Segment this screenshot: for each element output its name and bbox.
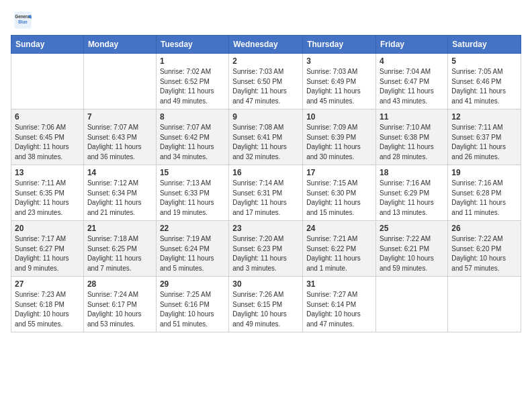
- day-number: 21: [87, 224, 152, 233]
- day-info: Sunrise: 7:27 AM Sunset: 6:14 PM Dayligh…: [306, 290, 372, 329]
- calendar-cell: 26Sunrise: 7:22 AM Sunset: 6:20 PM Dayli…: [448, 221, 521, 277]
- calendar-cell: 13Sunrise: 7:11 AM Sunset: 6:35 PM Dayli…: [11, 165, 84, 221]
- day-info: Sunrise: 7:05 AM Sunset: 6:46 PM Dayligh…: [451, 67, 517, 106]
- calendar-cell: 16Sunrise: 7:14 AM Sunset: 6:31 PM Dayli…: [229, 165, 303, 221]
- calendar-cell: 18Sunrise: 7:16 AM Sunset: 6:29 PM Dayli…: [376, 165, 448, 221]
- calendar-week-3: 13Sunrise: 7:11 AM Sunset: 6:35 PM Dayli…: [11, 165, 521, 221]
- weekday-header-wednesday: Wednesday: [229, 36, 303, 54]
- header: General Blue: [11, 11, 521, 30]
- page-container: General Blue SundayMondayTuesdayWednesda…: [0, 0, 532, 339]
- calendar-cell: 11Sunrise: 7:10 AM Sunset: 6:38 PM Dayli…: [376, 109, 448, 165]
- day-info: Sunrise: 7:08 AM Sunset: 6:41 PM Dayligh…: [232, 123, 299, 162]
- calendar-week-4: 20Sunrise: 7:17 AM Sunset: 6:27 PM Dayli…: [11, 221, 521, 277]
- logo: General Blue: [11, 11, 32, 30]
- calendar-cell: 27Sunrise: 7:23 AM Sunset: 6:18 PM Dayli…: [11, 277, 84, 332]
- day-info: Sunrise: 7:10 AM Sunset: 6:38 PM Dayligh…: [380, 123, 444, 162]
- day-info: Sunrise: 7:15 AM Sunset: 6:30 PM Dayligh…: [306, 179, 372, 218]
- day-number: 25: [380, 224, 444, 233]
- day-number: 5: [451, 56, 517, 66]
- calendar-cell: 7Sunrise: 7:07 AM Sunset: 6:43 PM Daylig…: [83, 109, 156, 165]
- day-number: 7: [87, 112, 152, 122]
- weekday-header-thursday: Thursday: [303, 36, 376, 54]
- calendar-cell: 17Sunrise: 7:15 AM Sunset: 6:30 PM Dayli…: [303, 165, 376, 221]
- day-info: Sunrise: 7:24 AM Sunset: 6:17 PM Dayligh…: [87, 290, 152, 329]
- calendar-week-2: 6Sunrise: 7:06 AM Sunset: 6:45 PM Daylig…: [11, 109, 521, 165]
- day-info: Sunrise: 7:22 AM Sunset: 6:20 PM Dayligh…: [451, 234, 517, 273]
- weekday-header-friday: Friday: [376, 36, 448, 54]
- day-info: Sunrise: 7:21 AM Sunset: 6:22 PM Dayligh…: [306, 234, 372, 273]
- day-number: 16: [232, 168, 299, 177]
- day-number: 1: [160, 56, 225, 66]
- day-info: Sunrise: 7:14 AM Sunset: 6:31 PM Dayligh…: [232, 179, 299, 218]
- calendar-cell: [376, 277, 448, 332]
- day-number: 13: [15, 168, 80, 177]
- day-info: Sunrise: 7:13 AM Sunset: 6:33 PM Dayligh…: [160, 179, 225, 218]
- day-number: 2: [232, 56, 299, 66]
- weekday-header-tuesday: Tuesday: [156, 36, 228, 54]
- calendar-week-1: 1Sunrise: 7:02 AM Sunset: 6:52 PM Daylig…: [11, 54, 521, 109]
- day-info: Sunrise: 7:19 AM Sunset: 6:24 PM Dayligh…: [160, 234, 225, 273]
- day-info: Sunrise: 7:20 AM Sunset: 6:23 PM Dayligh…: [232, 234, 299, 273]
- day-number: 14: [87, 168, 152, 177]
- weekday-header-sunday: Sunday: [11, 36, 84, 54]
- calendar-cell: 22Sunrise: 7:19 AM Sunset: 6:24 PM Dayli…: [156, 221, 228, 277]
- day-number: 19: [451, 168, 517, 177]
- day-info: Sunrise: 7:23 AM Sunset: 6:18 PM Dayligh…: [15, 290, 80, 329]
- weekday-header-saturday: Saturday: [448, 36, 521, 54]
- svg-text:General: General: [15, 14, 31, 19]
- day-number: 17: [306, 168, 372, 177]
- day-info: Sunrise: 7:11 AM Sunset: 6:37 PM Dayligh…: [451, 123, 517, 162]
- calendar-cell: [11, 54, 84, 109]
- day-number: 18: [380, 168, 444, 177]
- calendar-cell: 12Sunrise: 7:11 AM Sunset: 6:37 PM Dayli…: [448, 109, 521, 165]
- day-number: 3: [306, 56, 372, 66]
- calendar-cell: 28Sunrise: 7:24 AM Sunset: 6:17 PM Dayli…: [83, 277, 156, 332]
- day-info: Sunrise: 7:25 AM Sunset: 6:16 PM Dayligh…: [160, 290, 225, 329]
- day-number: 23: [232, 224, 299, 233]
- day-number: 30: [232, 279, 299, 289]
- day-number: 22: [160, 224, 225, 233]
- calendar-cell: 14Sunrise: 7:12 AM Sunset: 6:34 PM Dayli…: [83, 165, 156, 221]
- calendar-cell: 23Sunrise: 7:20 AM Sunset: 6:23 PM Dayli…: [229, 221, 303, 277]
- day-info: Sunrise: 7:18 AM Sunset: 6:25 PM Dayligh…: [87, 234, 152, 273]
- day-number: 28: [87, 279, 152, 289]
- calendar-cell: [448, 277, 521, 332]
- day-number: 11: [380, 112, 444, 122]
- day-info: Sunrise: 7:03 AM Sunset: 6:49 PM Dayligh…: [306, 67, 372, 106]
- day-info: Sunrise: 7:22 AM Sunset: 6:21 PM Dayligh…: [380, 234, 444, 273]
- day-info: Sunrise: 7:26 AM Sunset: 6:15 PM Dayligh…: [232, 290, 299, 329]
- day-info: Sunrise: 7:16 AM Sunset: 6:29 PM Dayligh…: [380, 179, 444, 218]
- day-number: 20: [15, 224, 80, 233]
- day-number: 27: [15, 279, 80, 289]
- day-number: 4: [380, 56, 444, 66]
- calendar-cell: 8Sunrise: 7:07 AM Sunset: 6:42 PM Daylig…: [156, 109, 228, 165]
- day-number: 26: [451, 224, 517, 233]
- calendar-cell: 29Sunrise: 7:25 AM Sunset: 6:16 PM Dayli…: [156, 277, 228, 332]
- calendar-cell: 1Sunrise: 7:02 AM Sunset: 6:52 PM Daylig…: [156, 54, 228, 109]
- day-info: Sunrise: 7:03 AM Sunset: 6:50 PM Dayligh…: [232, 67, 299, 106]
- day-number: 24: [306, 224, 372, 233]
- day-info: Sunrise: 7:16 AM Sunset: 6:28 PM Dayligh…: [451, 179, 517, 218]
- calendar-cell: 30Sunrise: 7:26 AM Sunset: 6:15 PM Dayli…: [229, 277, 303, 332]
- calendar-cell: 2Sunrise: 7:03 AM Sunset: 6:50 PM Daylig…: [229, 54, 303, 109]
- day-number: 31: [306, 279, 372, 289]
- day-info: Sunrise: 7:07 AM Sunset: 6:43 PM Dayligh…: [87, 123, 152, 162]
- day-number: 8: [160, 112, 225, 122]
- calendar-cell: 10Sunrise: 7:09 AM Sunset: 6:39 PM Dayli…: [303, 109, 376, 165]
- calendar-cell: 31Sunrise: 7:27 AM Sunset: 6:14 PM Dayli…: [303, 277, 376, 332]
- day-number: 29: [160, 279, 225, 289]
- day-info: Sunrise: 7:07 AM Sunset: 6:42 PM Dayligh…: [160, 123, 225, 162]
- calendar-cell: 19Sunrise: 7:16 AM Sunset: 6:28 PM Dayli…: [448, 165, 521, 221]
- day-info: Sunrise: 7:04 AM Sunset: 6:47 PM Dayligh…: [380, 67, 444, 106]
- calendar-cell: 9Sunrise: 7:08 AM Sunset: 6:41 PM Daylig…: [229, 109, 303, 165]
- calendar-cell: 15Sunrise: 7:13 AM Sunset: 6:33 PM Dayli…: [156, 165, 228, 221]
- day-info: Sunrise: 7:06 AM Sunset: 6:45 PM Dayligh…: [15, 123, 80, 162]
- day-info: Sunrise: 7:09 AM Sunset: 6:39 PM Dayligh…: [306, 123, 372, 162]
- calendar-cell: 4Sunrise: 7:04 AM Sunset: 6:47 PM Daylig…: [376, 54, 448, 109]
- day-info: Sunrise: 7:11 AM Sunset: 6:35 PM Dayligh…: [15, 179, 80, 218]
- svg-text:Blue: Blue: [18, 19, 28, 24]
- day-number: 6: [15, 112, 80, 122]
- day-info: Sunrise: 7:12 AM Sunset: 6:34 PM Dayligh…: [87, 179, 152, 218]
- day-info: Sunrise: 7:17 AM Sunset: 6:27 PM Dayligh…: [15, 234, 80, 273]
- calendar-table: SundayMondayTuesdayWednesdayThursdayFrid…: [11, 35, 521, 332]
